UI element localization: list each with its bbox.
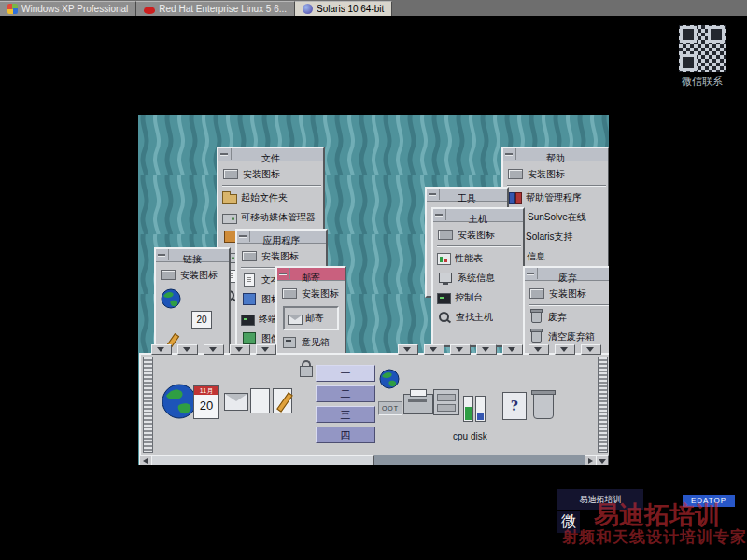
terminal-icon (437, 293, 451, 304)
subpanel-item-label: SunSolve在线 (528, 211, 586, 224)
window-menu-button[interactable] (218, 148, 232, 160)
subpanel-arrow-icon[interactable] (151, 344, 172, 355)
workspace-button-3[interactable]: 三 (316, 406, 375, 423)
scrollbar-thumb[interactable] (151, 455, 374, 465)
computer-icon (439, 273, 452, 283)
tab-label: Solaris 10 64-bit (317, 4, 384, 14)
subpanel-arrow-icon[interactable] (450, 344, 471, 355)
install-label: 安装图标 (302, 287, 339, 301)
file-manager-icon[interactable] (250, 388, 270, 413)
subpanel-item-console[interactable]: 控制台 (437, 287, 521, 307)
panel-move-handle[interactable] (598, 357, 608, 453)
qr-finder-icon (680, 26, 697, 43)
window-menu-button[interactable] (156, 249, 169, 260)
tab-label: Windows XP Professional (21, 4, 128, 14)
subpanel-item-help-manager[interactable]: 帮助管理程序 (507, 188, 606, 207)
trash-can-icon[interactable] (533, 393, 554, 419)
calendar-month-label: 11月 (194, 386, 218, 395)
window-links-titlebar[interactable]: 链接 (156, 249, 229, 262)
horizontal-scrollbar[interactable] (139, 455, 608, 465)
subpanel-arrow-icon[interactable] (230, 344, 250, 355)
install-icon-drop-zone[interactable]: 安装图标 (437, 225, 521, 245)
disk-meter[interactable] (475, 396, 486, 422)
separator (507, 185, 606, 187)
subpanel-arrow-icon[interactable] (529, 344, 549, 355)
subpanel-item-suggestion-box[interactable]: 意见箱 (281, 332, 343, 352)
window-menu-button[interactable] (277, 268, 290, 279)
exit-button[interactable]: OOT (378, 401, 402, 415)
window-tools-titlebar[interactable]: 工具 (427, 189, 507, 202)
install-icon-drop-zone[interactable]: 安装图标 (529, 284, 609, 303)
subpanel-item-label: 可移动媒体管理器 (241, 211, 316, 224)
window-menu-button[interactable] (237, 231, 250, 242)
tab-windows-xp[interactable]: Windows XP Professional (0, 1, 136, 16)
scroll-left-button[interactable] (139, 455, 152, 465)
cpu-meter[interactable] (463, 396, 473, 422)
window-menu-button[interactable] (525, 268, 538, 279)
subpanel-item-perf-meter[interactable]: 性能表 (437, 248, 521, 268)
window-applications-titlebar[interactable]: 应用程序 (237, 231, 326, 244)
install-label: 安装图标 (528, 168, 565, 181)
subpanel-item-system-info[interactable]: 系统信息 (437, 268, 521, 287)
window-file-titlebar[interactable]: 文件 (218, 148, 323, 161)
window-mail-titlebar[interactable]: 邮寄 (277, 268, 345, 281)
subpanel-item-label: 信息 (527, 250, 545, 263)
vm-tab-bar: Windows XP Professional Red Hat Enterpri… (0, 0, 747, 16)
subpanel-item-trash[interactable]: 废弃 (529, 307, 609, 327)
window-trash-titlebar[interactable]: 废弃 (525, 268, 609, 281)
install-icon-drop-zone[interactable]: 安装图标 (281, 284, 343, 303)
window-hosts-titlebar[interactable]: 主机 (433, 209, 523, 222)
window-help-titlebar[interactable]: 帮助 (503, 148, 608, 161)
tab-redhat-linux[interactable]: Red Hat Enterprise Linux 5 6... (136, 1, 295, 16)
subpanel-arrow-icon[interactable] (398, 344, 418, 355)
workspace-button-4[interactable]: 四 (316, 427, 375, 443)
subpanel-arrow-icon[interactable] (581, 344, 601, 355)
subpanel-arrow-icon[interactable] (177, 344, 198, 355)
subpanel-arrow-icon[interactable] (424, 344, 444, 355)
globe-icon[interactable] (379, 369, 400, 389)
printer-icon[interactable] (403, 394, 433, 414)
install-icon (223, 169, 238, 179)
install-icon (508, 169, 523, 179)
window-trash: 废弃 安装图标 废弃 清空废弃箱 (523, 266, 609, 357)
subpanel-item-home-folder[interactable]: 起始文件夹 (222, 188, 321, 207)
help-icon[interactable] (502, 392, 527, 420)
windows-logo-icon (7, 4, 18, 14)
install-icon-drop-zone[interactable]: 安装图标 (507, 164, 606, 184)
subpanel-item-empty-trash[interactable]: 清空废弃箱 (529, 327, 609, 346)
subpanel-arrow-icon[interactable] (502, 344, 523, 355)
workspace-button-2[interactable]: 二 (316, 385, 375, 402)
subpanel-arrow-icon[interactable] (256, 344, 276, 355)
install-icon-drop-zone[interactable]: 安装图标 (160, 265, 227, 285)
subpanel-item-label: 控制台 (455, 291, 483, 304)
tab-solaris[interactable]: Solaris 10 64-bit (295, 1, 392, 16)
calendar-icon[interactable]: 11月 20 (193, 385, 219, 419)
solaris-desktop: 文件 安装图标 起始文件夹 可移动媒体管理器 (138, 115, 609, 465)
window-menu-button[interactable] (433, 209, 446, 220)
subpanel-arrow-icon[interactable] (476, 344, 497, 355)
mail-icon[interactable] (224, 393, 248, 411)
window-menu-button[interactable] (427, 189, 440, 200)
panel-move-handle[interactable] (143, 357, 153, 453)
window-mail: 邮寄 安装图标 邮寄 意见箱 (275, 266, 346, 357)
install-icon (529, 288, 544, 299)
subpanel-item-find-host[interactable]: 查找主机 (437, 307, 521, 327)
subpanel-arrow-icon[interactable] (204, 344, 224, 355)
file-drawer-icon[interactable] (433, 389, 459, 415)
calendar-day-icon[interactable]: 20 (191, 311, 212, 329)
scroll-down-button[interactable] (596, 455, 609, 465)
subpanel-item-mail[interactable]: 邮寄 (283, 306, 339, 330)
web-browser-icon[interactable] (162, 384, 197, 419)
window-hosts: 主机 安装图标 性能表 系统信息 控制台 (431, 207, 525, 347)
install-icon-drop-zone[interactable]: 安装图标 (222, 164, 321, 184)
lock-icon[interactable] (300, 366, 313, 377)
web-browser-icon[interactable] (161, 288, 181, 309)
install-label: 安装图标 (180, 269, 218, 282)
install-icon-drop-zone[interactable]: 安装图标 (241, 246, 324, 266)
workspace-button-1[interactable]: 一 (316, 365, 375, 382)
subpanel-item-label: 帮助管理程序 (526, 191, 582, 204)
subpanel-item-removable-media[interactable]: 可移动媒体管理器 (222, 207, 321, 227)
window-menu-button[interactable] (503, 148, 516, 160)
subpanel-arrow-icon[interactable] (555, 344, 575, 355)
text-editor-icon[interactable] (273, 388, 292, 413)
